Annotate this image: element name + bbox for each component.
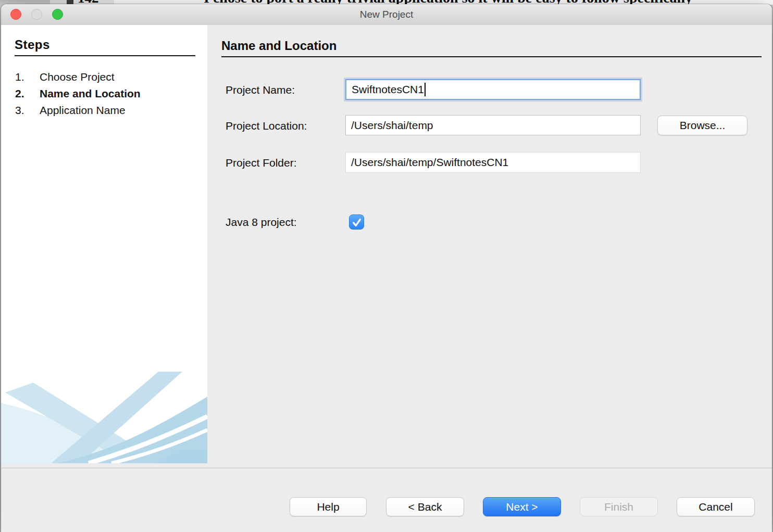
project-folder-label: Project Folder: (226, 156, 297, 170)
project-name-input[interactable]: SwiftnotesCN1 (345, 79, 641, 100)
step-item-application-name: 3. Application Name (1, 102, 207, 119)
step-label: Choose Project (40, 69, 115, 85)
step-item-name-and-location: 2. Name and Location (1, 85, 207, 102)
project-folder-input[interactable]: /Users/shai/temp/SwiftnotesCN1 (345, 152, 641, 173)
project-location-label: Project Location: (226, 119, 307, 133)
title-bar: New Project (1, 4, 772, 26)
cancel-button[interactable]: Cancel (677, 497, 755, 516)
new-project-dialog: New Project Steps 1. Choose Project 2. N… (1, 4, 772, 532)
content-area (207, 25, 772, 532)
help-button[interactable]: Help (290, 497, 367, 516)
project-folder-value: /Users/shai/temp/SwiftnotesCN1 (351, 156, 508, 169)
window-title: New Project (1, 4, 772, 25)
step-label: Application Name (40, 102, 126, 119)
steps-panel: Steps 1. Choose Project 2. Name and Loca… (1, 25, 207, 463)
wizard-watermark-swoosh (1, 372, 207, 463)
java8-label: Java 8 project: (226, 215, 297, 230)
steps-heading-rule (15, 55, 195, 56)
project-location-input[interactable]: /Users/shai/temp (345, 115, 641, 135)
panel-heading-rule (221, 56, 762, 57)
finish-button[interactable]: Finish (580, 497, 658, 516)
project-name-value: SwiftnotesCN1 (352, 83, 424, 96)
step-label: Name and Location (40, 85, 141, 102)
steps-heading: Steps (15, 37, 50, 52)
browse-button[interactable]: Browse... (657, 116, 747, 135)
step-number: 2. (15, 85, 24, 102)
steps-list: 1. Choose Project 2. Name and Location 3… (1, 69, 207, 119)
java8-checkbox[interactable] (349, 214, 364, 230)
text-caret (425, 83, 426, 96)
project-location-value: /Users/shai/temp (351, 119, 433, 132)
next-button[interactable]: Next > (483, 497, 561, 516)
step-item-choose-project: 1. Choose Project (1, 69, 207, 85)
project-name-label: Project Name: (226, 83, 295, 97)
panel-heading: Name and Location (221, 39, 336, 53)
step-number: 1. (15, 69, 24, 85)
button-bar-separator (1, 467, 772, 468)
checkmark-icon (351, 217, 363, 228)
screen: 142 I chose to port a really trivial app… (0, 0, 773, 532)
step-number: 3. (15, 102, 24, 119)
back-button[interactable]: < Back (386, 497, 464, 516)
